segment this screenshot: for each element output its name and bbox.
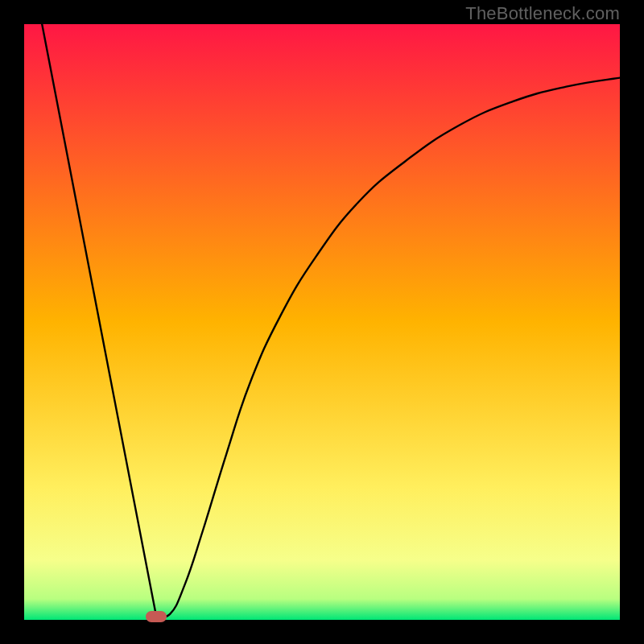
- chart-frame: [24, 24, 620, 620]
- watermark-text: TheBottleneck.com: [465, 3, 620, 24]
- gradient-background: [24, 24, 620, 620]
- optimal-point-marker: [146, 611, 167, 622]
- chart-plot: [24, 24, 620, 620]
